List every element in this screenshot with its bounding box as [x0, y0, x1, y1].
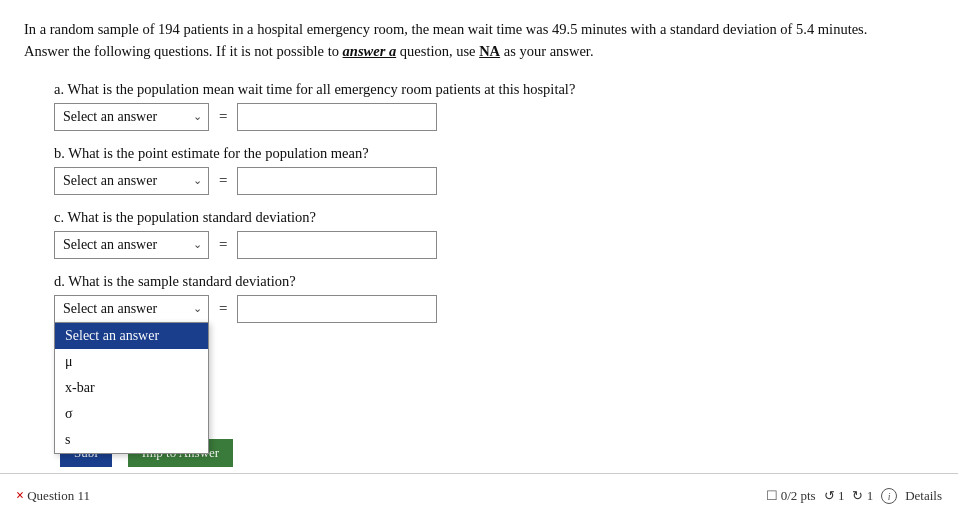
dropdown-option-sigma[interactable]: σ — [55, 401, 208, 427]
undo-icon[interactable]: ↺ 1 — [824, 488, 845, 504]
dropdown-label-a: Select an answer — [63, 109, 157, 125]
select-dropdown-b[interactable]: Select an answer ⌄ — [54, 167, 209, 195]
equals-b: = — [219, 172, 227, 189]
chevron-icon-a: ⌄ — [187, 110, 202, 123]
dropdown-label-d: Select an answer — [63, 301, 157, 317]
equals-a: = — [219, 108, 227, 125]
question-block-d: d. What is the sample standard deviation… — [54, 273, 934, 323]
chevron-icon-d: ⌄ — [187, 302, 202, 315]
answer-input-a[interactable] — [237, 103, 437, 131]
dropdown-label-c: Select an answer — [63, 237, 157, 253]
select-dropdown-a[interactable]: Select an answer ⌄ — [54, 103, 209, 131]
intro-text: In a random sample of 194 patients in a … — [24, 18, 884, 63]
question-label-a: a. What is the population mean wait time… — [54, 81, 934, 98]
chevron-icon-b: ⌄ — [187, 174, 202, 187]
question-label-c: c. What is the population standard devia… — [54, 209, 934, 226]
details-link[interactable]: Details — [905, 488, 942, 504]
question-label: Question 11 — [27, 488, 90, 503]
chevron-icon-c: ⌄ — [187, 238, 202, 251]
answer-input-c[interactable] — [237, 231, 437, 259]
main-container: In a random sample of 194 patients in a … — [0, 0, 958, 347]
dropdown-open-container-d: Select an answer ⌄ Select an answer μ x-… — [54, 295, 209, 323]
answer-input-b[interactable] — [237, 167, 437, 195]
dropdown-option-mu[interactable]: μ — [55, 349, 208, 375]
question-number: × Question 11 — [16, 488, 90, 504]
equals-c: = — [219, 236, 227, 253]
equals-d: = — [219, 300, 227, 317]
right-info: ☐ 0/2 pts ↺ 1 ↻ 1 i Details — [766, 488, 942, 504]
question-block-a: a. What is the population mean wait time… — [54, 81, 934, 131]
check-icon: ☐ — [766, 488, 778, 504]
bottom-bar: × Question 11 ☐ 0/2 pts ↺ 1 ↻ 1 i Detail… — [0, 473, 958, 513]
score-badge: ☐ 0/2 pts — [766, 488, 816, 504]
question-row-d: Select an answer ⌄ Select an answer μ x-… — [54, 295, 934, 323]
dropdown-option-select-answer[interactable]: Select an answer — [55, 323, 208, 349]
score-text: 0/2 pts — [781, 488, 816, 504]
question-label-b: b. What is the point estimate for the po… — [54, 145, 934, 162]
question-row-a: Select an answer ⌄ = — [54, 103, 934, 131]
answer-input-d[interactable] — [237, 295, 437, 323]
x-mark: × — [16, 488, 24, 503]
dropdown-option-xbar[interactable]: x-bar — [55, 375, 208, 401]
question-block-c: c. What is the population standard devia… — [54, 209, 934, 259]
select-dropdown-d[interactable]: Select an answer ⌄ — [54, 295, 209, 323]
redo-icon[interactable]: ↻ 1 — [852, 488, 873, 504]
dropdown-option-s[interactable]: s — [55, 427, 208, 453]
question-row-b: Select an answer ⌄ = — [54, 167, 934, 195]
dropdown-menu-d: Select an answer μ x-bar σ s — [54, 322, 209, 454]
select-dropdown-c[interactable]: Select an answer ⌄ — [54, 231, 209, 259]
info-icon[interactable]: i — [881, 488, 897, 504]
question-label-d: d. What is the sample standard deviation… — [54, 273, 934, 290]
question-row-c: Select an answer ⌄ = — [54, 231, 934, 259]
questions-area: a. What is the population mean wait time… — [24, 81, 934, 323]
dropdown-label-b: Select an answer — [63, 173, 157, 189]
question-block-b: b. What is the point estimate for the po… — [54, 145, 934, 195]
